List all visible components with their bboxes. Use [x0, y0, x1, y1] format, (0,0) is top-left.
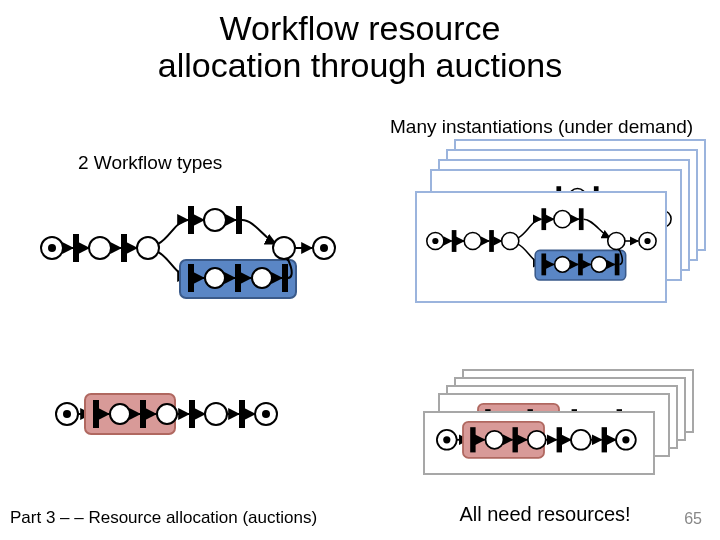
workflow-type-b — [56, 394, 277, 434]
instantiations-type-a — [416, 140, 705, 302]
workflow-type-a — [41, 206, 335, 298]
instantiations-type-b — [424, 370, 693, 474]
slide: Workflow resource allocation through auc… — [0, 0, 720, 540]
diagram-canvas — [0, 0, 720, 540]
